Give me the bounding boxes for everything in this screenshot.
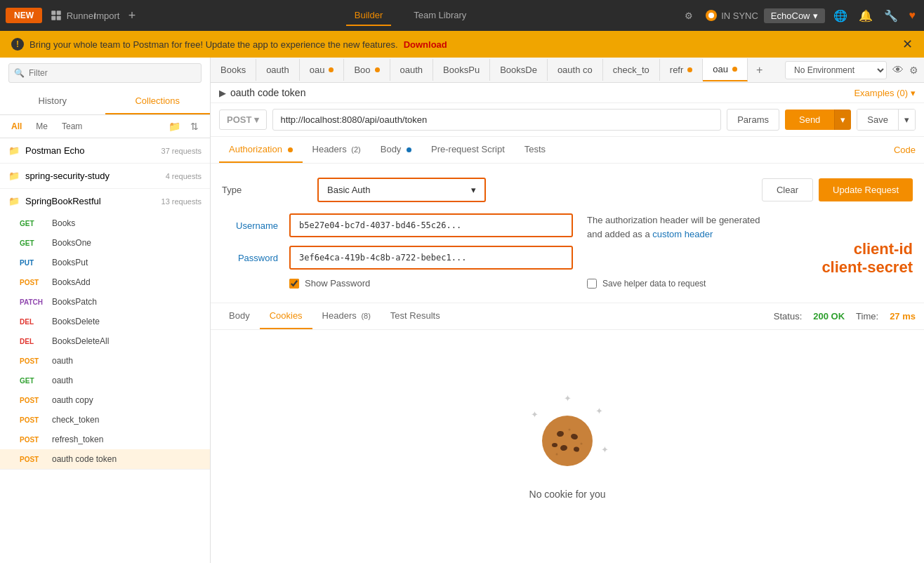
username-input[interactable] <box>289 213 573 237</box>
layout-icon[interactable] <box>45 4 67 27</box>
show-password-label[interactable]: Show Password <box>305 278 370 289</box>
request-name: oauth copy <box>52 395 93 405</box>
pre-request-tab[interactable]: Pre-request Script <box>421 137 515 163</box>
request-name: oauth code token <box>52 454 117 464</box>
url-input[interactable] <box>272 109 721 131</box>
request-oauth-code-token-post[interactable]: POST oauth code token <box>0 449 210 469</box>
wrench-icon[interactable]: 🔧 <box>881 6 901 25</box>
custom-header-link[interactable]: custom header <box>652 229 713 239</box>
banner-close-button[interactable]: ✕ <box>902 37 913 52</box>
auth-type-select[interactable]: Basic Auth ▾ <box>317 178 486 202</box>
request-booksdelete-del[interactable]: DEL BooksDelete <box>0 312 210 331</box>
response-status-area: Status: 200 OK Time: 27 ms <box>774 311 916 322</box>
request-oauth-post[interactable]: POST oauth <box>0 351 210 371</box>
no-cookie-text: No cookie for you <box>529 489 606 500</box>
chevron-down-icon: ▾ <box>813 11 818 21</box>
save-button[interactable]: Save <box>857 110 898 130</box>
settings-icon[interactable]: ⚙ <box>909 65 918 76</box>
collection-header-spring-security[interactable]: 📁 spring-security-study 4 requests <box>0 164 210 188</box>
save-dropdown[interactable]: ▾ <box>898 110 915 130</box>
tab-oauth[interactable]: oauth <box>256 59 300 81</box>
cookie-illustration: ✦ ✦ ✦ ✦ <box>525 393 609 477</box>
user-menu[interactable]: EchoCow ▾ <box>764 8 825 23</box>
heart-icon[interactable]: ♥ <box>906 6 919 25</box>
history-tab[interactable]: History <box>0 88 105 114</box>
builder-tab[interactable]: Builder <box>346 6 391 26</box>
collections-tab[interactable]: Collections <box>105 88 211 114</box>
environment-select[interactable]: No Environment <box>785 61 887 79</box>
new-tab-button[interactable]: + <box>748 58 771 82</box>
show-password-checkbox[interactable] <box>289 279 299 289</box>
send-dropdown[interactable]: ▾ <box>834 110 851 130</box>
password-input[interactable] <box>289 246 573 270</box>
request-booksone-get[interactable]: GET BooksOne <box>0 233 210 253</box>
response-test-results-tab[interactable]: Test Results <box>381 303 450 329</box>
tab-boo[interactable]: Boo <box>344 59 390 81</box>
tab-label: Tests <box>524 144 546 154</box>
request-check-token-post[interactable]: POST check_token <box>0 410 210 430</box>
request-books-get[interactable]: GET Books <box>0 213 210 233</box>
me-tab[interactable]: Me <box>33 120 51 133</box>
bell-icon[interactable]: 🔔 <box>856 6 876 25</box>
team-library-tab[interactable]: Team Library <box>405 6 475 26</box>
settings-icon[interactable]: ⚙ <box>678 4 700 27</box>
tab-label: Authorization <box>229 144 282 154</box>
request-booksdeleteall-del[interactable]: DEL BooksDeleteAll <box>0 331 210 351</box>
tab-oau-active[interactable]: oau <box>703 58 748 81</box>
tab-oau-1[interactable]: oau <box>300 59 345 81</box>
import-button[interactable]: Import <box>95 4 118 27</box>
request-oauth-copy-post[interactable]: POST oauth copy <box>0 390 210 410</box>
auth-tabs-bar: Authorization Headers (2) Body Pre-reque… <box>211 137 924 164</box>
new-tab-icon[interactable]: + <box>121 4 143 27</box>
globe-icon[interactable]: 🌐 <box>831 6 850 25</box>
clear-button[interactable]: Clear <box>762 178 813 201</box>
request-booksput-put[interactable]: PUT BooksPut <box>0 253 210 272</box>
auth-content: Type Basic Auth ▾ Clear Update Request U… <box>211 164 924 303</box>
tab-bookspu[interactable]: BooksPu <box>433 59 490 81</box>
new-button[interactable]: NEW <box>6 8 42 23</box>
auth-client-labels: client-id client-secret <box>821 213 913 289</box>
response-cookies-tab[interactable]: Cookies <box>260 303 312 329</box>
collection-header-postman-echo[interactable]: 📁 Postman Echo 37 requests <box>0 138 210 163</box>
all-tab[interactable]: All <box>8 120 25 133</box>
response-body-tab[interactable]: Body <box>219 303 260 329</box>
tab-booksde[interactable]: BooksDe <box>490 59 548 81</box>
sort-icon[interactable]: ⇅ <box>187 119 202 133</box>
request-oauth-get[interactable]: GET oauth <box>0 371 210 390</box>
tab-oauth-co[interactable]: oauth co <box>548 59 603 81</box>
save-helper-checkbox[interactable] <box>587 279 597 289</box>
tab-refr[interactable]: refr <box>660 59 704 81</box>
tab-label: check_to <box>613 65 649 75</box>
request-header: ▶ oauth code token Examples (0) ▾ <box>211 83 924 103</box>
method-badge: POST <box>20 436 46 444</box>
headers-tab[interactable]: Headers (2) <box>303 137 371 163</box>
request-bookspatch-patch[interactable]: PATCH BooksPatch <box>0 292 210 312</box>
authorization-tab[interactable]: Authorization <box>219 137 303 163</box>
send-button[interactable]: Send <box>785 110 834 130</box>
update-request-button[interactable]: Update Request <box>819 178 913 201</box>
tab-books[interactable]: Books <box>211 59 256 81</box>
eye-icon[interactable]: 👁 <box>892 64 904 77</box>
filter-input[interactable] <box>8 63 202 83</box>
method-select[interactable]: POST ▾ <box>219 110 267 130</box>
request-booksadd-post[interactable]: POST BooksAdd <box>0 272 210 292</box>
team-tab[interactable]: Team <box>59 120 85 133</box>
save-helper-label[interactable]: Save helper data to request <box>602 279 706 289</box>
svg-text:✦: ✦ <box>564 393 572 404</box>
collapse-icon[interactable]: ▶ <box>219 88 226 98</box>
tests-tab[interactable]: Tests <box>515 137 555 163</box>
examples-link[interactable]: Examples (0) ▾ <box>854 88 916 98</box>
new-collection-icon[interactable]: 📁 <box>166 119 183 133</box>
params-button[interactable]: Params <box>727 109 779 131</box>
tab-label: Body <box>381 144 402 154</box>
code-link[interactable]: Code <box>894 145 916 155</box>
response-headers-tab[interactable]: Headers (8) <box>312 303 381 329</box>
download-link[interactable]: Download <box>404 39 447 50</box>
collection-header-spring-book[interactable]: 📁 SpringBookRestful 13 requests <box>0 189 210 213</box>
body-tab[interactable]: Body <box>371 137 421 163</box>
sync-label: IN SYNC <box>721 11 758 21</box>
runner-button[interactable]: Runner <box>70 4 93 27</box>
request-refresh-token-post[interactable]: POST refresh_token <box>0 430 210 449</box>
tab-oauth-2[interactable]: oauth <box>390 59 434 81</box>
tab-check-to[interactable]: check_to <box>603 59 660 81</box>
